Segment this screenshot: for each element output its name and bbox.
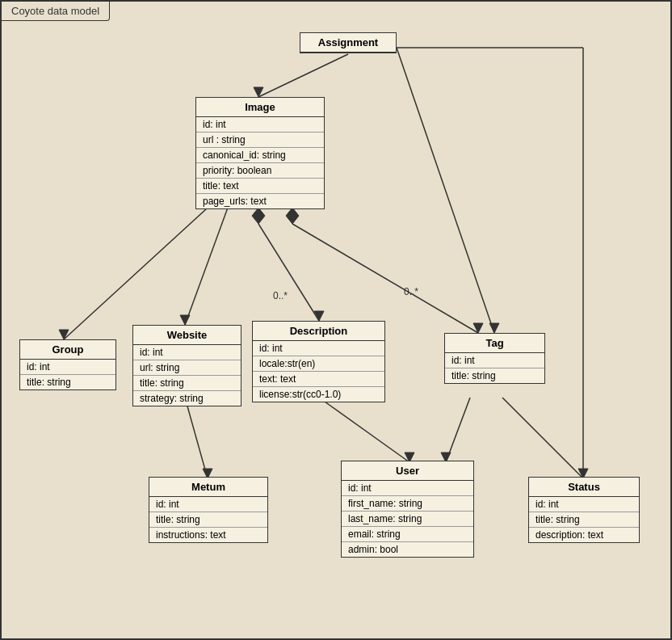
description-field-1: locale:str(en) [253,356,384,372]
tag-field-1: title: string [445,368,544,383]
svg-line-4 [64,208,208,339]
svg-line-14 [185,398,208,478]
svg-marker-5 [59,330,69,339]
user-field-2: last_name: string [342,512,473,527]
svg-marker-3 [489,323,499,333]
svg-line-12 [292,224,478,333]
svg-marker-11 [286,208,299,224]
metum-field-1: title: string [149,512,267,528]
user-field-3: email: string [342,527,473,542]
svg-line-18 [446,398,470,462]
user-field-4: admin: bool [342,542,473,557]
diagram-title: Coyote data model [2,2,110,21]
assignment-box: Assignment [300,32,397,53]
svg-marker-7 [180,315,190,325]
svg-marker-13 [473,323,483,333]
metum-header: Metum [149,478,267,497]
image-field-5: page_urls: text [196,194,324,208]
description-box: Description id: int locale:str(en) text:… [252,321,385,402]
tag-header: Tag [445,334,544,353]
image-field-2: canonical_id: string [196,148,324,163]
metum-field-2: instructions: text [149,528,267,542]
tag-box: Tag id: int title: string [444,333,545,384]
status-field-2: description: text [529,528,639,542]
image-field-4: title: text [196,179,324,194]
desc-multiplicity-label: 0..* [273,290,288,301]
image-field-0: id: int [196,117,324,133]
group-box: Group id: int title: string [19,339,116,390]
group-header: Group [20,340,116,360]
website-header: Website [133,326,241,345]
tag-field-0: id: int [445,353,544,368]
image-box: Image id: int url : string canonical_id:… [195,97,325,209]
image-field-3: priority: boolean [196,163,324,179]
group-field-0: id: int [20,360,116,375]
description-field-3: license:str(cc0-1.0) [253,387,384,402]
website-field-0: id: int [133,345,241,360]
diagram-container: Coyote data model [0,0,672,640]
status-box: Status id: int title: string description… [528,477,640,543]
svg-line-6 [185,208,228,325]
status-header: Status [529,478,639,497]
metum-field-0: id: int [149,497,267,512]
user-field-0: id: int [342,481,473,496]
svg-line-9 [258,224,319,321]
group-field-1: title: string [20,375,116,389]
website-field-1: url: string [133,360,241,376]
svg-marker-10 [314,311,324,321]
description-field-0: id: int [253,341,384,356]
website-box: Website id: int url: string title: strin… [132,325,242,406]
description-header: Description [253,322,384,341]
image-field-1: url : string [196,133,324,148]
image-header: Image [196,98,324,117]
user-box: User id: int first_name: string last_nam… [341,461,474,558]
metum-box: Metum id: int title: string instructions… [149,477,268,543]
description-field-2: text: text [253,372,384,387]
svg-marker-1 [254,87,263,97]
user-header: User [342,461,473,481]
assignment-header: Assignment [300,33,396,53]
status-field-1: title: string [529,512,639,528]
svg-line-16 [319,398,410,462]
status-field-0: id: int [529,497,639,512]
website-field-3: strategy: string [133,391,241,406]
user-field-1: first_name: string [342,496,473,512]
svg-line-0 [258,54,348,97]
svg-marker-8 [252,208,265,224]
tag-multiplicity-label: 0..* [404,286,418,297]
website-field-2: title: string [133,376,241,391]
svg-line-20 [502,398,583,478]
